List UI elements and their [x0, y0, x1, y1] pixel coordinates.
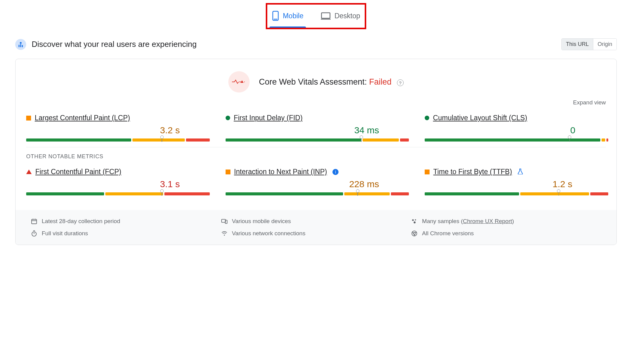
metric-lcp: Largest Contentful Paint (LCP) 3.2 s: [26, 114, 207, 142]
stopwatch-icon: [31, 230, 37, 237]
page-title: Discover what your real users are experi…: [32, 40, 197, 49]
scope-this-url[interactable]: This URL: [562, 39, 593, 50]
marker-icon: [356, 189, 359, 193]
footer-devices: Various mobile devices: [221, 218, 411, 225]
metric-inp: Interaction to Next Paint (INP) i 228 ms: [226, 168, 407, 195]
metric-inp-value: 228 ms: [226, 179, 407, 189]
footer-samples: Many samples (Chrome UX Report): [411, 218, 601, 225]
svg-rect-6: [20, 44, 21, 47]
other-metrics-grid: First Contentful Paint (FCP) 3.1 s Inter…: [26, 168, 606, 201]
chrome-ux-report-link[interactable]: Chrome UX Report: [463, 218, 512, 224]
people-icon: [15, 39, 26, 50]
footer-duration-text: Full visit durations: [42, 230, 88, 237]
mobile-icon: [272, 11, 279, 21]
metric-ttfb-name[interactable]: Time to First Byte (TTFB): [433, 168, 512, 176]
svg-rect-2: [321, 13, 330, 18]
assessment-prefix: Core Web Vitals Assessment:: [259, 77, 369, 86]
vitals-card: Core Web Vitals Assessment: Failed ? Exp…: [15, 59, 617, 245]
status-square-orange-icon: [226, 170, 230, 174]
scope-toggle: This URL Origin: [561, 38, 617, 50]
core-metrics-grid: Largest Contentful Paint (LCP) 3.2 s Fir…: [26, 114, 606, 147]
metric-ttfb-value: 1.2 s: [425, 179, 606, 189]
footer-chrome-text: All Chrome versions: [422, 230, 474, 237]
svg-rect-7: [22, 45, 23, 47]
divider: [26, 147, 606, 147]
other-metrics-label: OTHER NOTABLE METRICS: [26, 153, 606, 160]
metric-fcp: First Contentful Paint (FCP) 3.1 s: [26, 168, 207, 195]
status-square-orange-icon: [26, 116, 31, 121]
info-icon[interactable]: i: [332, 169, 339, 175]
footer-devices-text: Various mobile devices: [232, 218, 291, 225]
status-circle-green-icon: [425, 116, 429, 120]
chrome-icon: [411, 230, 418, 237]
marker-icon: [160, 189, 163, 193]
svg-point-4: [20, 42, 22, 44]
assessment-status: Failed: [369, 77, 392, 86]
help-icon[interactable]: ?: [397, 79, 404, 86]
metric-fid: First Input Delay (FID) 34 ms: [226, 114, 407, 142]
scope-origin[interactable]: Origin: [593, 39, 616, 50]
svg-marker-9: [241, 80, 244, 83]
footer-period: Latest 28-day collection period: [31, 218, 221, 225]
calendar-icon: [31, 218, 37, 225]
device-tabs-highlight: Mobile Desktop: [266, 3, 366, 29]
svg-rect-11: [32, 219, 37, 224]
tab-desktop[interactable]: Desktop: [318, 8, 363, 28]
metric-cls-value: 0: [425, 125, 606, 135]
assessment-row: Core Web Vitals Assessment: Failed ?: [26, 71, 606, 93]
header-left: Discover what your real users are experi…: [15, 39, 197, 50]
footer-network: Various network connections: [221, 230, 411, 237]
metric-lcp-value: 3.2 s: [26, 125, 207, 135]
tab-desktop-label: Desktop: [335, 12, 360, 20]
header-row: Discover what your real users are experi…: [15, 38, 617, 50]
status-triangle-red-icon: [26, 170, 32, 174]
metric-fcp-value: 3.1 s: [26, 179, 207, 189]
tab-mobile[interactable]: Mobile: [269, 8, 306, 28]
status-square-orange-icon: [425, 170, 430, 174]
assessment-text: Core Web Vitals Assessment: Failed ?: [259, 77, 403, 87]
samples-icon: [411, 218, 418, 225]
svg-point-18: [415, 219, 416, 220]
svg-point-20: [32, 232, 37, 236]
pulse-icon: [228, 71, 250, 93]
metric-inp-bar: [226, 192, 407, 195]
metric-cls: Cumulative Layout Shift (CLS) 0: [425, 114, 606, 142]
expand-view-link[interactable]: Expand view: [26, 99, 606, 106]
svg-point-19: [414, 221, 416, 223]
metric-ttfb: Time to First Byte (TTFB) 1.2 s: [425, 168, 606, 195]
footer-network-text: Various network connections: [232, 230, 306, 237]
status-circle-green-icon: [226, 116, 230, 120]
metric-lcp-bar: [26, 138, 207, 142]
flask-icon[interactable]: [518, 168, 523, 176]
footer-period-text: Latest 28-day collection period: [42, 218, 120, 225]
footer-chrome: All Chrome versions: [411, 230, 601, 237]
marker-icon: [160, 135, 163, 139]
svg-rect-5: [19, 45, 19, 47]
devices-icon: [221, 218, 228, 225]
metric-ttfb-bar: [425, 192, 606, 195]
footer-samples-prefix: Many samples (: [422, 218, 463, 224]
footer-duration: Full visit durations: [31, 230, 221, 237]
metric-cls-bar: [425, 138, 606, 142]
desktop-icon: [321, 12, 331, 20]
tab-mobile-label: Mobile: [283, 12, 304, 20]
metric-fcp-name[interactable]: First Contentful Paint (FCP): [35, 168, 121, 176]
svg-rect-15: [221, 219, 225, 222]
metric-cls-name[interactable]: Cumulative Layout Shift (CLS): [433, 114, 527, 122]
marker-icon: [557, 189, 560, 193]
svg-point-23: [224, 235, 225, 236]
metric-fid-value: 34 ms: [226, 125, 407, 135]
footer-samples-suffix: ): [512, 218, 514, 224]
metric-inp-name[interactable]: Interaction to Next Paint (INP): [234, 168, 327, 176]
marker-icon: [360, 135, 363, 139]
svg-point-17: [412, 219, 414, 221]
marker-icon: [568, 135, 571, 139]
footer-info: Latest 28-day collection period Various …: [16, 210, 616, 245]
wifi-icon: [221, 230, 228, 237]
metric-lcp-name[interactable]: Largest Contentful Paint (LCP): [35, 114, 130, 122]
metric-fid-bar: [226, 138, 407, 142]
metric-fcp-bar: [26, 192, 207, 195]
metric-fid-name[interactable]: First Input Delay (FID): [234, 114, 303, 122]
